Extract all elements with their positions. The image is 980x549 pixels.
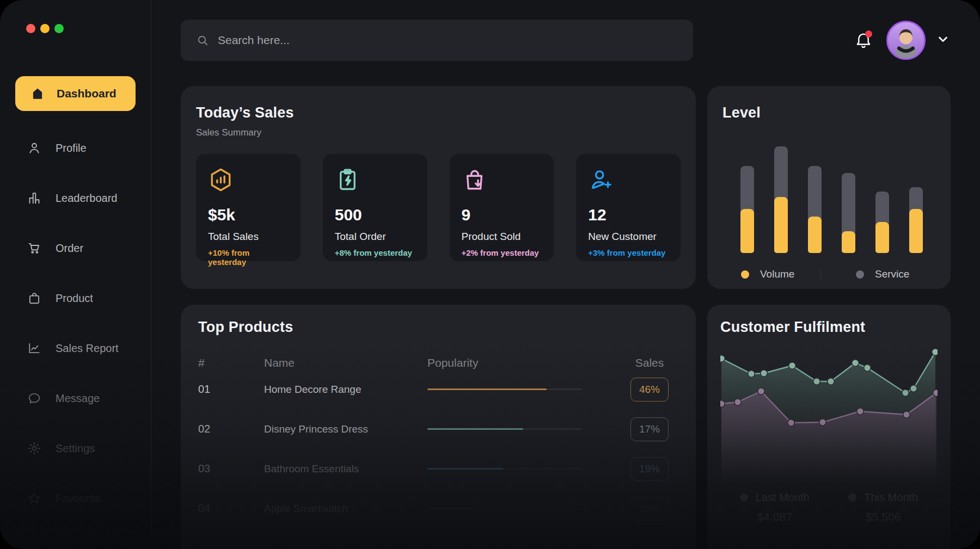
sidebar-item-leaderboard[interactable]: Leaderboard: [0, 187, 151, 209]
product-name: Bathroom Essentials: [264, 463, 427, 475]
sidebar-item-message[interactable]: Message: [0, 387, 151, 409]
stat-delta: +8% from yesterday: [335, 248, 415, 257]
clipboard-bolt-icon: [335, 167, 360, 193]
sidebar-items: ProfileLeaderboardOrderProductSales Repo…: [0, 137, 151, 509]
level-bar: [774, 145, 788, 253]
close-window-button[interactable]: [26, 24, 35, 33]
level-chart: [722, 145, 935, 253]
stat-card[interactable]: 500Total Order+8% from yesterday: [323, 154, 427, 261]
product-name: Disney Princess Dress: [264, 423, 427, 435]
stat-card[interactable]: $5kTotal Sales+10% from yesterday: [196, 154, 301, 261]
level-bar: [808, 145, 822, 253]
level-bar: [842, 145, 855, 253]
stat-label: Total Order: [335, 231, 415, 243]
level-bar: [909, 145, 923, 253]
volume-segment: [909, 209, 923, 253]
product-name: Home Decore Range: [264, 384, 427, 396]
level-bar: [740, 145, 754, 253]
table-row[interactable]: 04Apple Smartwatch29%: [198, 489, 669, 528]
volume-dot: [741, 270, 749, 279]
search-bar[interactable]: [181, 20, 693, 61]
product-rank: 04: [198, 502, 264, 515]
volume-segment: [808, 217, 822, 253]
notification-badge: [865, 30, 872, 38]
stat-label: New Customer: [588, 231, 669, 243]
stat-value: 12: [588, 206, 669, 224]
bag-icon: [27, 291, 41, 305]
avatar-image: [888, 22, 924, 58]
product-rank: 02: [198, 423, 264, 435]
stat-card[interactable]: 12New Customer+3% from yesterday: [576, 154, 681, 261]
sidebar-item-profile[interactable]: Profile: [0, 137, 151, 159]
product-rank: 01: [198, 383, 264, 396]
sidebar: DashboardProfileLeaderboardOrderProductS…: [0, 0, 151, 549]
header-sales: Sales: [630, 356, 669, 369]
level-title: Level: [722, 104, 935, 121]
stat-label: Product Sold: [462, 231, 542, 243]
star-icon: [27, 491, 41, 505]
stat-label: Total Sales: [208, 231, 289, 243]
sidebar-item-label: Settings: [56, 442, 95, 455]
zoom-window-button[interactable]: [54, 24, 64, 33]
sidebar-item-label: Favourite: [56, 492, 101, 505]
stat-value: 9: [462, 206, 542, 224]
avatar[interactable]: [886, 21, 926, 60]
stat-delta: +3% from yesterday: [588, 248, 669, 257]
sidebar-item-favourite[interactable]: Favourite: [0, 488, 151, 509]
product-name: Apple Smartwatch: [264, 503, 427, 515]
sidebar-item-order[interactable]: Order: [0, 237, 151, 259]
todays-sales-title: Today’s Sales: [196, 104, 681, 121]
header-popularity: Popularity: [427, 356, 630, 369]
main-area: Today’s Sales Sales Summary $5kTotal Sal…: [151, 0, 980, 549]
home-icon: [30, 87, 45, 101]
service-label: Service: [875, 268, 909, 280]
service-dot: [856, 270, 864, 279]
person-add-icon: [588, 167, 614, 193]
stat-card[interactable]: 9Product Sold+2% from yesterday: [450, 154, 554, 261]
search-input[interactable]: [218, 34, 678, 47]
popularity-bar: [427, 468, 582, 470]
stat-delta: +10% from yesterday: [208, 248, 289, 267]
legend-this-month: This Month $5,506: [829, 491, 938, 523]
table-row[interactable]: 03Bathroom Essentials19%: [198, 449, 669, 489]
header-num: #: [198, 356, 264, 369]
sales-badge: 17%: [630, 417, 669, 441]
sales-badge: 46%: [630, 378, 669, 402]
last-month-value: $4,087: [757, 510, 792, 523]
table-row[interactable]: 02Disney Princess Dress17%: [198, 409, 669, 449]
sales-badge: 29%: [630, 497, 669, 521]
notifications-button[interactable]: [854, 30, 873, 51]
sidebar-item-settings[interactable]: Settings: [0, 437, 151, 459]
sidebar-item-label: Order: [56, 242, 83, 255]
popularity-bar: [427, 428, 582, 430]
top-products-title: Top Products: [198, 319, 669, 336]
level-bar: [875, 145, 889, 253]
volume-label: Volume: [760, 268, 794, 280]
customer-fulfilment-card: Customer Fulfilment Last Month $4,087 Th: [707, 305, 951, 549]
todays-sales-subtitle: Sales Summary: [196, 127, 681, 138]
sidebar-item-label: Dashboard: [57, 87, 117, 100]
volume-segment: [774, 197, 788, 253]
profile-menu-button[interactable]: [935, 32, 951, 49]
popularity-bar: [427, 508, 582, 509]
topbar: [181, 20, 951, 61]
sidebar-item-dashboard[interactable]: Dashboard: [15, 76, 136, 111]
sidebar-item-label: Leaderboard: [56, 192, 117, 205]
sidebar-item-product[interactable]: Product: [0, 287, 151, 309]
popularity-fill: [427, 468, 503, 470]
table-header: # Name Popularity Sales: [198, 356, 669, 369]
sidebar-item-sales-report[interactable]: Sales Report: [0, 337, 151, 359]
hexagon-chart-icon: [208, 167, 234, 193]
legend-service: Service: [820, 268, 935, 280]
minimize-window-button[interactable]: [40, 24, 50, 33]
chevron-down-icon: [935, 32, 951, 47]
sidebar-nav: DashboardProfileLeaderboardOrderProductS…: [0, 76, 151, 509]
topbar-right: [854, 21, 951, 60]
cart-icon: [27, 241, 41, 255]
this-month-value: $5,506: [866, 510, 901, 523]
table-row[interactable]: 01Home Decore Range46%: [198, 369, 669, 409]
header-name: Name: [264, 356, 427, 369]
table-body: 01Home Decore Range46%02Disney Princess …: [198, 369, 669, 528]
popularity-bar: [427, 388, 582, 390]
stat-cards: $5kTotal Sales+10% from yesterday500Tota…: [196, 154, 681, 261]
